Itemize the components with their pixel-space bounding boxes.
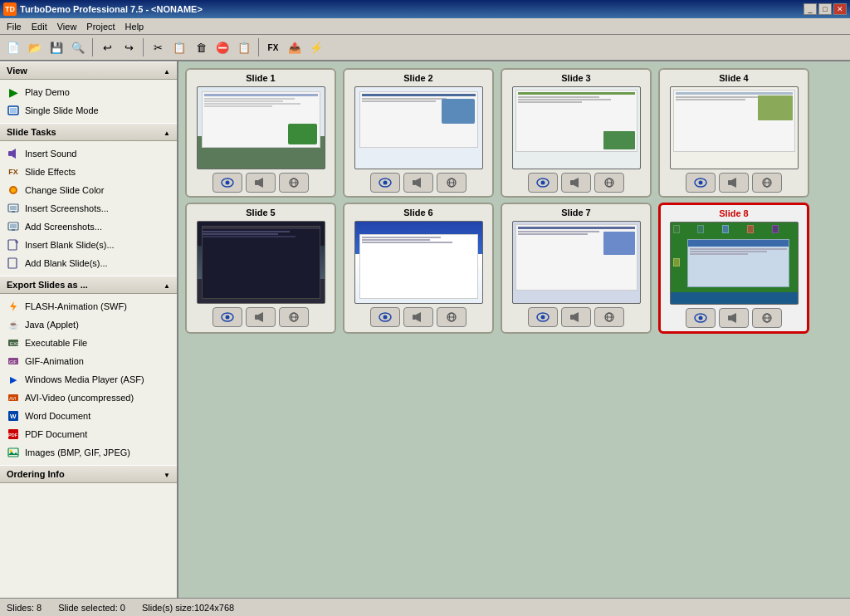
slide-6-eye-btn[interactable] (370, 307, 400, 327)
slide-5-eye-btn[interactable] (212, 307, 242, 327)
slide-5-globe-btn[interactable] (279, 307, 309, 327)
sidebar-item-flash[interactable]: FLASH-Animation (SWF) (0, 297, 177, 315)
tb-stop[interactable]: ⛔ (212, 37, 232, 57)
slide-card-7[interactable]: Slide 7 (501, 203, 652, 334)
sidebar-item-wmp[interactable]: ▶ Windows Media Player (ASF) (0, 370, 177, 389)
slide-card-2[interactable]: Slide 2 (343, 68, 494, 198)
slide-6-sound-btn[interactable] (403, 307, 433, 327)
tb-fx[interactable]: FX (263, 37, 283, 57)
sidebar-item-java[interactable]: ☕ Java (Applet) (0, 315, 177, 334)
slide-7-eye-btn[interactable] (528, 307, 558, 327)
slide-card-3[interactable]: Slide 3 (501, 68, 652, 198)
menu-file[interactable]: File (2, 20, 27, 33)
svg-text:PDF: PDF (8, 433, 18, 438)
menu-edit[interactable]: Edit (27, 20, 52, 33)
toolbar: 📄 📂 💾 🔍 ↩ ↪ ✂ 📋 🗑 ⛔ 📋 FX 📤 ⚡ (0, 35, 850, 61)
slide-7-sound-btn[interactable] (561, 307, 591, 327)
insert-sound-label: Insert Sound (25, 149, 76, 159)
images-label: Images (BMP, GIF, JPEG) (25, 447, 130, 457)
sidebar-item-gif[interactable]: GIF GIF-Animation (0, 352, 177, 370)
sidebar-item-images[interactable]: Images (BMP, GIF, JPEG) (0, 443, 177, 462)
sidebar-item-insert-screenshots[interactable]: Insert Screenshots... (0, 199, 177, 218)
menu-view[interactable]: View (52, 20, 82, 33)
svg-text:AVI: AVI (9, 396, 17, 401)
tb-copy[interactable]: 📋 (169, 37, 189, 57)
slide-8-globe-btn[interactable] (752, 308, 782, 328)
slide-2-eye-btn[interactable] (370, 173, 400, 193)
slide-5-sound-btn[interactable] (246, 307, 276, 327)
insert-screenshots-label: Insert Screenshots... (25, 203, 109, 213)
section-ordering: Ordering Info (0, 465, 177, 483)
slide-8-thumb (670, 222, 799, 305)
slide-2-globe-btn[interactable] (437, 173, 467, 193)
sidebar-item-insert-sound[interactable]: Insert Sound (0, 144, 177, 163)
slide-effects-label: Slide Effects (25, 167, 76, 177)
minimize-button[interactable]: _ (804, 3, 817, 15)
tb-cut[interactable]: ✂ (148, 37, 168, 57)
sidebar-item-word[interactable]: W Word Document (0, 407, 177, 425)
slide-4-globe-btn[interactable] (752, 173, 782, 193)
slide-2-sound-btn[interactable] (403, 173, 433, 193)
sidebar-item-pdf[interactable]: PDF PDF Document (0, 425, 177, 443)
svg-rect-53 (728, 180, 731, 185)
section-view-header[interactable]: View (0, 61, 177, 80)
sidebar-item-exe[interactable]: EXE Executable File (0, 334, 177, 352)
slide-card-5[interactable]: Slide 5 (185, 203, 336, 334)
slide-7-globe-btn[interactable] (594, 307, 624, 327)
slide-3-sound-btn[interactable] (561, 173, 591, 193)
tb-redo[interactable]: ↪ (119, 37, 139, 57)
section-slide-tasks-header[interactable]: Slide Tasks (0, 123, 177, 141)
slide-card-6[interactable]: Slide 6 (343, 203, 494, 334)
slide-3-globe-btn[interactable] (594, 173, 624, 193)
sidebar-item-add-screenshots[interactable]: Add Screenshots... (0, 218, 177, 236)
svg-point-31 (226, 181, 230, 185)
close-button[interactable]: ✕ (833, 3, 847, 15)
slide-6-globe-btn[interactable] (437, 307, 467, 327)
sidebar-item-single-slide[interactable]: Single Slide Mode (0, 101, 177, 120)
tb-save[interactable]: 💾 (46, 37, 66, 57)
svg-point-38 (383, 181, 388, 185)
sidebar-item-slide-effects[interactable]: FX Slide Effects (0, 163, 177, 181)
section-ordering-header[interactable]: Ordering Info (0, 465, 177, 483)
menu-project[interactable]: Project (81, 20, 120, 33)
sidebar-item-insert-blank[interactable]: Insert Blank Slide(s)... (0, 236, 177, 254)
slide-card-1[interactable]: Slide 1 (185, 68, 336, 198)
slide-4-eye-btn[interactable] (686, 173, 716, 193)
slide-1-sound-btn[interactable] (246, 173, 276, 193)
slide-8-sound-btn[interactable] (719, 308, 749, 328)
sidebar-item-change-color[interactable]: Change Slide Color (0, 181, 177, 199)
tb-lightning[interactable]: ⚡ (306, 37, 326, 57)
slide-2-controls (370, 173, 467, 193)
sidebar-item-avi[interactable]: AVI AVI-Video (uncompressed) (0, 389, 177, 407)
main-area: View ▶ Play Demo Single Slide Mode Sli (0, 61, 850, 598)
tb-delete[interactable]: 🗑 (191, 37, 211, 57)
section-export-header[interactable]: Export Slides as ... (0, 276, 177, 294)
svg-point-5 (11, 188, 16, 193)
tb-find[interactable]: 🔍 (68, 37, 88, 57)
flash-label: FLASH-Animation (SWF) (25, 301, 127, 311)
section-view-content: ▶ Play Demo Single Slide Mode (0, 80, 177, 123)
svg-marker-68 (416, 312, 421, 322)
slide-area[interactable]: Slide 1 (178, 61, 850, 598)
tb-paste[interactable]: 📋 (234, 37, 254, 57)
sidebar-item-add-blank[interactable]: Add Blank Slide(s)... (0, 254, 177, 272)
window-controls: _ □ ✕ (804, 3, 847, 15)
slide-1-globe-btn[interactable] (279, 173, 309, 193)
svg-text:GIF: GIF (9, 359, 17, 364)
slide-card-4[interactable]: Slide 4 (658, 68, 809, 198)
maximize-button[interactable]: □ (818, 3, 832, 15)
menu-help[interactable]: Help (120, 20, 149, 33)
tb-open[interactable]: 📂 (25, 37, 45, 57)
color-icon (7, 183, 20, 197)
tb-undo[interactable]: ↩ (97, 37, 117, 57)
slide-card-8[interactable]: Slide 8 (658, 203, 809, 334)
slide-4-sound-btn[interactable] (719, 173, 749, 193)
slide-3-eye-btn[interactable] (528, 173, 558, 193)
tb-new[interactable]: 📄 (3, 37, 23, 57)
svg-marker-61 (258, 312, 263, 322)
tb-export[interactable]: 📤 (285, 37, 305, 57)
slide-5-thumb (197, 221, 325, 304)
slide-8-eye-btn[interactable] (686, 308, 716, 328)
sidebar-item-play-demo[interactable]: ▶ Play Demo (0, 83, 177, 101)
slide-1-eye-btn[interactable] (212, 173, 242, 193)
